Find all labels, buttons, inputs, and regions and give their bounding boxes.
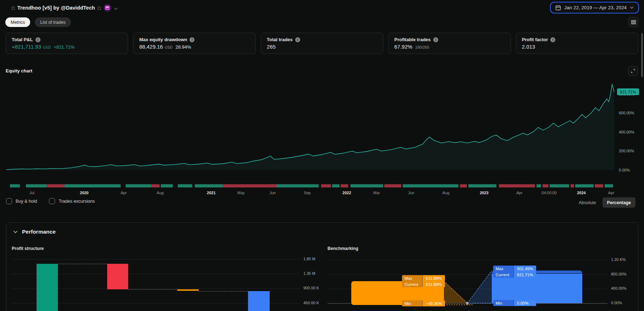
profit-structure-title: Profit structure [12,246,44,251]
trade-segment [65,184,121,187]
x-axis-label: Jun [269,191,276,195]
card-value: 67.92% [394,44,412,50]
trade-segment [536,184,541,187]
x-axis-label: Aug [442,191,450,195]
waterfall-connector [128,289,177,290]
buy-hold-label: Buy & hold [16,199,37,204]
tooltip-label: Min [493,300,513,306]
trade-segment [595,184,603,187]
gridline [12,259,300,260]
y-axis-label: 900.00 K [303,286,319,290]
tab-list-of-trades[interactable]: List of trades [35,17,71,27]
expand-chart-button[interactable] [628,66,638,76]
tooltip-label: Max [402,275,422,281]
trade-segment [195,184,223,187]
x-axis-label: Apr [608,191,614,195]
report-layout-button[interactable] [628,17,638,27]
x-axis-label: Apr [121,191,127,195]
tooltip-value: 821.71% [513,272,536,278]
card-unit: USD [43,45,51,49]
card-unit: USD [165,45,172,49]
tab-metrics[interactable]: Metrics [5,17,30,27]
equity-x-axis: Jul2020AprAug2021MayJunSep2022MarJunAug2… [6,191,614,196]
performance-section-header[interactable]: Performance [13,229,56,235]
trade-segment [161,184,173,187]
info-icon[interactable] [35,37,40,42]
trade-segment [403,184,459,187]
card-title: Total P&L [12,37,33,42]
x-axis-label: 2020 [80,191,88,195]
trade-segment [499,184,535,187]
date-range-picker[interactable]: Jan 22, 2019 — Apr 23, 2024 [550,2,639,13]
card-profitable-trades: Profitable trades 67.92%180/265 [388,33,511,54]
y-axis-label: 1.20 K% [611,257,626,262]
benchmark-tooltip: Max611.88% [402,275,445,281]
tooltip-label: Max [493,266,513,272]
waterfall-connector [58,264,107,264]
percentage-mode-button[interactable]: Percentage [602,197,635,208]
card-profit-factor: Profit factor 2.013 [516,33,638,54]
waterfall-connector [199,291,248,291]
trade-segment [178,184,192,187]
waterfall-bar [37,264,58,311]
card-total-pl: Total P&L +821,711.93USD+821.71% [6,33,128,54]
card-value: 88,429.16 [139,44,163,50]
x-axis-label: Jul [29,191,34,195]
trades-excursions-label: Trades excursions [59,199,95,204]
trade-segment [332,184,340,187]
chevron-down-icon[interactable] [114,6,118,10]
trade-segment [460,184,467,187]
trade-result-strip[interactable] [6,184,614,188]
tooltip-value: 611.88% [422,281,445,287]
x-axis-label: 2021 [207,191,215,195]
strategy-title-row: □ Trendhoo [v5] by @DaviddTech □ [12,4,118,12]
y-axis-label: 200.00% [619,149,640,153]
x-axis-label: Sep [304,191,311,195]
equity-current-value-badge: 821.71% [617,88,639,95]
benchmark-block-blue [492,274,582,304]
checkbox-icon[interactable] [6,198,12,204]
trade-segment [468,184,496,187]
trade-segment [223,184,276,187]
scrollbar-thumb[interactable] [641,33,643,77]
info-icon[interactable] [550,37,555,42]
info-icon[interactable] [433,37,438,42]
buy-hold-toggle[interactable]: Buy & hold [6,198,37,204]
info-icon[interactable] [295,37,300,42]
x-axis-label: Mar [373,191,380,195]
missing-glyph: □ [98,5,101,11]
x-axis-label: May [237,191,245,195]
checkbox-icon[interactable] [49,198,55,204]
card-value: 2.013 [522,44,535,50]
trade-segment [26,184,46,187]
trade-segment [321,184,331,187]
metric-cards: Total P&L +821,711.93USD+821.71% Max equ… [6,33,638,54]
equity-controls: Buy & hold Trades excursions [6,198,95,204]
info-icon[interactable] [189,37,194,42]
trade-segment [550,184,569,187]
tooltip-value: −49.36% [422,300,445,306]
trade-segment [571,184,574,187]
x-axis-label: 04:00:00 [541,191,557,195]
fullscreen-icon [631,69,635,73]
absolute-mode-button[interactable]: Absolute [579,200,596,205]
card-title: Max equity drawdown [139,37,187,42]
card-extra: 28.94% [175,44,191,50]
tooltip-value: 901.49% [513,266,536,272]
profit-structure-chart[interactable]: 1.80 M1.35 M900.00 K450.00 K [12,255,320,311]
trades-excursions-toggle[interactable]: Trades excursions [49,198,95,204]
x-axis-label: 2023 [480,191,488,195]
benchmarking-chart[interactable]: 1.20 K%800.00%400.00%0.00%Max611.88%Curr… [327,255,639,311]
trade-segment [543,184,549,187]
tooltip-value: 0.00% [513,300,536,306]
waterfall-bar [107,264,128,289]
card-extra: +821.71% [54,44,75,50]
y-axis-label: 1.80 M [303,257,315,261]
calendar-icon [555,5,561,11]
y-axis-label: 0.00% [611,301,622,305]
trade-segment [605,184,613,187]
equity-chart-canvas[interactable] [6,73,614,184]
trade-segment [351,184,384,187]
card-extra: 180/265 [415,45,429,49]
benchmark-tooltip: Min0.00% [493,300,536,306]
